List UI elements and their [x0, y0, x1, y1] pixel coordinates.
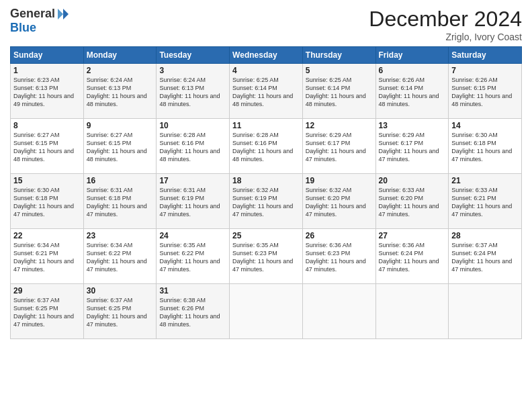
table-row: 22 Sunrise: 6:34 AM Sunset: 6:21 PM Dayl… [11, 229, 84, 284]
table-row: 23 Sunrise: 6:34 AM Sunset: 6:22 PM Dayl… [83, 229, 157, 284]
day-info: Sunrise: 6:32 AM Sunset: 6:20 PM Dayligh… [306, 186, 373, 219]
day-info: Sunrise: 6:34 AM Sunset: 6:21 PM Dayligh… [13, 241, 81, 274]
col-thursday: Thursday [302, 47, 375, 64]
calendar-week-row: 1 Sunrise: 6:23 AM Sunset: 6:13 PM Dayli… [11, 64, 522, 119]
day-number: 1 [13, 66, 81, 75]
day-number: 20 [379, 176, 446, 185]
day-number: 17 [159, 176, 226, 185]
day-info: Sunrise: 6:25 AM Sunset: 6:14 PM Dayligh… [306, 76, 373, 109]
day-info: Sunrise: 6:35 AM Sunset: 6:23 PM Dayligh… [232, 241, 300, 274]
table-row [230, 284, 303, 339]
col-wednesday: Wednesday [230, 47, 303, 64]
day-number: 28 [451, 231, 519, 240]
day-info: Sunrise: 6:27 AM Sunset: 6:15 PM Dayligh… [13, 131, 81, 164]
day-info: Sunrise: 6:30 AM Sunset: 6:18 PM Dayligh… [13, 186, 81, 219]
day-number: 27 [379, 231, 446, 240]
day-info: Sunrise: 6:29 AM Sunset: 6:17 PM Dayligh… [306, 131, 373, 164]
day-info: Sunrise: 6:25 AM Sunset: 6:14 PM Dayligh… [232, 76, 300, 109]
day-number: 14 [451, 121, 519, 130]
day-number: 7 [451, 66, 519, 75]
table-row: 13 Sunrise: 6:29 AM Sunset: 6:17 PM Dayl… [375, 119, 449, 174]
day-info: Sunrise: 6:28 AM Sunset: 6:16 PM Dayligh… [159, 131, 226, 164]
title-block: December 2024 Zriglo, Ivory Coast [369, 7, 522, 42]
day-number: 30 [87, 286, 154, 295]
table-row: 21 Sunrise: 6:33 AM Sunset: 6:21 PM Dayl… [449, 174, 522, 229]
table-row: 20 Sunrise: 6:33 AM Sunset: 6:20 PM Dayl… [375, 174, 449, 229]
day-info: Sunrise: 6:27 AM Sunset: 6:15 PM Dayligh… [87, 131, 154, 164]
day-number: 26 [306, 231, 373, 240]
day-number: 23 [87, 231, 154, 240]
day-number: 21 [451, 176, 519, 185]
table-row: 7 Sunrise: 6:26 AM Sunset: 6:15 PM Dayli… [449, 64, 522, 119]
day-info: Sunrise: 6:33 AM Sunset: 6:20 PM Dayligh… [379, 186, 446, 219]
table-row: 18 Sunrise: 6:32 AM Sunset: 6:19 PM Dayl… [230, 174, 303, 229]
table-row: 2 Sunrise: 6:24 AM Sunset: 6:13 PM Dayli… [83, 64, 157, 119]
day-number: 11 [232, 121, 300, 130]
logo-general-text: General [10, 7, 55, 21]
day-number: 19 [306, 176, 373, 185]
day-info: Sunrise: 6:36 AM Sunset: 6:23 PM Dayligh… [306, 241, 373, 274]
table-row: 29 Sunrise: 6:37 AM Sunset: 6:25 PM Dayl… [11, 284, 84, 339]
table-row: 27 Sunrise: 6:36 AM Sunset: 6:24 PM Dayl… [375, 229, 449, 284]
calendar-week-row: 15 Sunrise: 6:30 AM Sunset: 6:18 PM Dayl… [11, 174, 522, 229]
table-row: 31 Sunrise: 6:38 AM Sunset: 6:26 PM Dayl… [157, 284, 230, 339]
table-row: 1 Sunrise: 6:23 AM Sunset: 6:13 PM Dayli… [11, 64, 84, 119]
day-info: Sunrise: 6:34 AM Sunset: 6:22 PM Dayligh… [87, 241, 154, 274]
table-row: 24 Sunrise: 6:35 AM Sunset: 6:22 PM Dayl… [157, 229, 230, 284]
day-info: Sunrise: 6:32 AM Sunset: 6:19 PM Dayligh… [232, 186, 300, 219]
col-tuesday: Tuesday [157, 47, 230, 64]
day-number: 31 [159, 286, 226, 295]
table-row: 3 Sunrise: 6:24 AM Sunset: 6:13 PM Dayli… [157, 64, 230, 119]
day-info: Sunrise: 6:26 AM Sunset: 6:14 PM Dayligh… [379, 76, 446, 109]
logo: General Blue [10, 7, 70, 35]
table-row: 17 Sunrise: 6:31 AM Sunset: 6:19 PM Dayl… [157, 174, 230, 229]
svg-marker-1 [58, 9, 63, 19]
day-number: 25 [232, 231, 300, 240]
day-info: Sunrise: 6:28 AM Sunset: 6:16 PM Dayligh… [232, 131, 300, 164]
day-number: 3 [159, 66, 226, 75]
table-row: 10 Sunrise: 6:28 AM Sunset: 6:16 PM Dayl… [157, 119, 230, 174]
calendar-week-row: 22 Sunrise: 6:34 AM Sunset: 6:21 PM Dayl… [11, 229, 522, 284]
day-number: 13 [379, 121, 446, 130]
calendar-body: 1 Sunrise: 6:23 AM Sunset: 6:13 PM Dayli… [11, 64, 522, 339]
day-number: 15 [13, 176, 81, 185]
table-row: 28 Sunrise: 6:37 AM Sunset: 6:24 PM Dayl… [449, 229, 522, 284]
table-row: 14 Sunrise: 6:30 AM Sunset: 6:18 PM Dayl… [449, 119, 522, 174]
day-info: Sunrise: 6:24 AM Sunset: 6:13 PM Dayligh… [87, 76, 154, 109]
table-row: 25 Sunrise: 6:35 AM Sunset: 6:23 PM Dayl… [230, 229, 303, 284]
location: Zriglo, Ivory Coast [369, 32, 522, 42]
table-row: 11 Sunrise: 6:28 AM Sunset: 6:16 PM Dayl… [230, 119, 303, 174]
day-info: Sunrise: 6:37 AM Sunset: 6:24 PM Dayligh… [451, 241, 519, 274]
day-number: 18 [232, 176, 300, 185]
day-number: 4 [232, 66, 300, 75]
table-row: 9 Sunrise: 6:27 AM Sunset: 6:15 PM Dayli… [83, 119, 157, 174]
day-info: Sunrise: 6:33 AM Sunset: 6:21 PM Dayligh… [451, 186, 519, 219]
table-row: 26 Sunrise: 6:36 AM Sunset: 6:23 PM Dayl… [302, 229, 375, 284]
day-info: Sunrise: 6:31 AM Sunset: 6:18 PM Dayligh… [87, 186, 154, 219]
day-info: Sunrise: 6:26 AM Sunset: 6:15 PM Dayligh… [451, 76, 519, 109]
day-info: Sunrise: 6:24 AM Sunset: 6:13 PM Dayligh… [159, 76, 226, 109]
table-row [302, 284, 375, 339]
table-row: 12 Sunrise: 6:29 AM Sunset: 6:17 PM Dayl… [302, 119, 375, 174]
day-number: 5 [306, 66, 373, 75]
day-info: Sunrise: 6:38 AM Sunset: 6:26 PM Dayligh… [159, 296, 226, 329]
logo-icon [56, 7, 70, 21]
table-row [449, 284, 522, 339]
day-number: 24 [159, 231, 226, 240]
calendar-week-row: 8 Sunrise: 6:27 AM Sunset: 6:15 PM Dayli… [11, 119, 522, 174]
day-info: Sunrise: 6:37 AM Sunset: 6:25 PM Dayligh… [87, 296, 154, 329]
table-row: 8 Sunrise: 6:27 AM Sunset: 6:15 PM Dayli… [11, 119, 84, 174]
day-number: 8 [13, 121, 81, 130]
day-number: 16 [87, 176, 154, 185]
calendar-header: Sunday Monday Tuesday Wednesday Thursday… [11, 47, 522, 64]
table-row: 15 Sunrise: 6:30 AM Sunset: 6:18 PM Dayl… [11, 174, 84, 229]
col-monday: Monday [83, 47, 157, 64]
day-info: Sunrise: 6:36 AM Sunset: 6:24 PM Dayligh… [379, 241, 446, 274]
day-info: Sunrise: 6:31 AM Sunset: 6:19 PM Dayligh… [159, 186, 226, 219]
day-number: 6 [379, 66, 446, 75]
table-row: 30 Sunrise: 6:37 AM Sunset: 6:25 PM Dayl… [83, 284, 157, 339]
header: General Blue December 2024 Zriglo, Ivory… [10, 7, 522, 42]
calendar-table: Sunday Monday Tuesday Wednesday Thursday… [10, 46, 522, 339]
calendar-week-row: 29 Sunrise: 6:37 AM Sunset: 6:25 PM Dayl… [11, 284, 522, 339]
day-info: Sunrise: 6:23 AM Sunset: 6:13 PM Dayligh… [13, 76, 81, 109]
